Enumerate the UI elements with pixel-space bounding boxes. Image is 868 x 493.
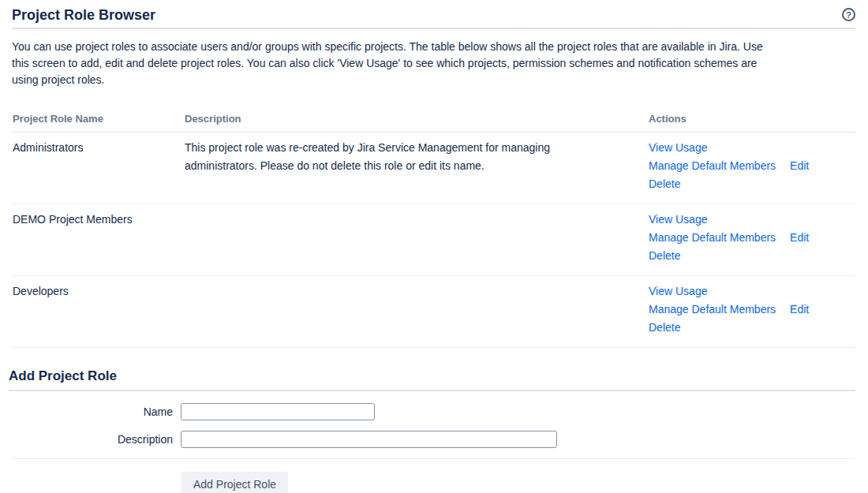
add-project-role-heading: Add Project Role — [9, 368, 855, 391]
view-usage-link[interactable]: View Usage — [649, 141, 707, 154]
delete-link[interactable]: Delete — [649, 249, 680, 262]
role-description — [184, 276, 648, 348]
edit-link[interactable]: Edit — [790, 231, 809, 244]
page-title: Project Role Browser — [12, 7, 155, 23]
manage-default-members-link[interactable]: Manage Default Members — [649, 303, 776, 316]
role-description — [184, 204, 648, 276]
description-field-row: Description — [12, 431, 855, 448]
name-input[interactable] — [181, 403, 375, 420]
add-project-role-button[interactable]: Add Project Role — [181, 472, 288, 493]
edit-link[interactable]: Edit — [790, 159, 809, 172]
description-input[interactable] — [181, 431, 557, 448]
actions-cell: View Usage Manage Default MembersEdit De… — [648, 204, 855, 276]
help-icon[interactable]: ? — [842, 8, 855, 21]
project-roles-table: Project Role Name Description Actions Ad… — [12, 106, 855, 348]
view-usage-link[interactable]: View Usage — [649, 285, 707, 297]
table-row: Administrators This project role was re-… — [12, 133, 855, 204]
name-label: Name — [12, 405, 181, 418]
name-field-row: Name — [12, 403, 855, 420]
role-name: DEMO Project Members — [12, 204, 184, 276]
page-header: Project Role Browser ? — [12, 7, 855, 29]
add-project-role-form: Name Description Add Project Role — [12, 403, 855, 493]
project-role-browser-page: Project Role Browser ? You can use proje… — [0, 0, 868, 493]
intro-text: You can use project roles to associate u… — [12, 39, 855, 88]
role-name: Administrators — [12, 133, 184, 204]
table-row: Developers View Usage Manage Default Mem… — [12, 276, 855, 348]
view-usage-link[interactable]: View Usage — [649, 213, 707, 226]
delete-link[interactable]: Delete — [649, 177, 680, 190]
column-header-actions: Actions — [648, 106, 855, 133]
column-header-description: Description — [184, 106, 648, 133]
column-header-project-role-name: Project Role Name — [12, 106, 184, 133]
table-header-row: Project Role Name Description Actions — [12, 106, 855, 133]
role-name: Developers — [12, 276, 184, 348]
table-row: DEMO Project Members View Usage Manage D… — [12, 204, 855, 276]
actions-cell: View Usage Manage Default MembersEdit De… — [648, 133, 855, 204]
manage-default-members-link[interactable]: Manage Default Members — [649, 231, 776, 244]
form-divider — [12, 458, 855, 459]
form-button-row: Add Project Role — [12, 472, 855, 493]
delete-link[interactable]: Delete — [649, 321, 680, 334]
role-description: This project role was re-created by Jira… — [184, 133, 648, 204]
manage-default-members-link[interactable]: Manage Default Members — [649, 159, 776, 172]
actions-cell: View Usage Manage Default MembersEdit De… — [648, 276, 855, 348]
description-label: Description — [12, 433, 181, 446]
edit-link[interactable]: Edit — [790, 303, 809, 316]
